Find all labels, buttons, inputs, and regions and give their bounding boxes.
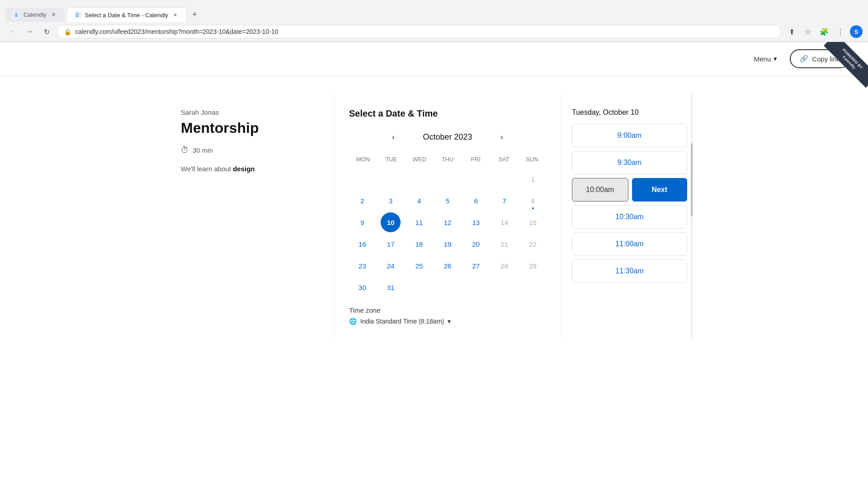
timezone-selector[interactable]: 🌐 India Standard Time (8:18am) ▾ <box>349 318 546 325</box>
weekday-wed: WED <box>406 153 434 165</box>
calendar-day[interactable]: 7 <box>495 191 514 211</box>
tab-bar: 🗓 Calendly ✕ 🗓 Select a Date & Time - Ca… <box>0 7 868 22</box>
calendar-day[interactable]: 17 <box>381 234 401 254</box>
time-slot[interactable]: 10:30am <box>572 205 687 229</box>
calendar-day[interactable]: 4 <box>409 191 429 211</box>
calendar-day: 29 <box>523 256 543 276</box>
timezone-arrow-icon: ▾ <box>448 318 451 325</box>
timezone-label: Time zone <box>349 306 546 314</box>
refresh-button[interactable]: ↻ <box>40 25 53 38</box>
tab-select-datetime[interactable]: 🗓 Select a Date & Time - Calendly ✕ <box>66 7 187 22</box>
time-slot[interactable]: 11:00am <box>572 232 687 256</box>
tab1-favicon: 🗓 <box>13 11 20 19</box>
calendar-day[interactable]: 19 <box>438 234 458 254</box>
browser-chrome: 🗓 Calendly ✕ 🗓 Select a Date & Time - Ca… <box>0 0 868 42</box>
description-text: We'll learn about <box>181 165 231 173</box>
calendar-day <box>352 169 372 189</box>
weekday-sat: SAT <box>490 153 518 165</box>
month-year-label: October 2023 <box>411 132 484 142</box>
tab1-close-btn[interactable]: ✕ <box>50 11 57 19</box>
tab2-close-btn[interactable]: ✕ <box>172 11 179 19</box>
description: We'll learn about design <box>181 164 316 174</box>
calendar-day[interactable]: 6 <box>466 191 486 211</box>
time-slots: 9:00am9:30am10:00amNext10:30am11:00am11:… <box>572 124 687 283</box>
profile-avatar[interactable]: S <box>850 25 863 38</box>
time-slot-selected[interactable]: 10:00am <box>572 178 628 202</box>
time-slot[interactable]: 9:30am <box>572 151 687 174</box>
event-title: Mentorship <box>181 120 316 136</box>
calendar-days: 1234567891011121314151617181920212223242… <box>349 169 546 297</box>
address-bar[interactable]: 🔒 calendly.com/uifeed2023/mentorship?mon… <box>57 25 781 38</box>
back-button[interactable]: ← <box>5 25 19 38</box>
description-bold-text: design <box>233 165 255 173</box>
calendar-day[interactable]: 25 <box>409 256 429 276</box>
timezone-value: India Standard Time (8:18am) <box>360 318 444 325</box>
calendar-day[interactable]: 30 <box>352 277 372 297</box>
menu-chevron-icon: ▾ <box>774 55 777 63</box>
duration-text: 30 min <box>193 146 213 154</box>
time-slot[interactable]: 11:30am <box>572 259 687 283</box>
calendar-day: 22 <box>523 234 543 254</box>
calendar-day <box>438 169 458 189</box>
browser-titlebar <box>0 0 868 7</box>
menu-label: Menu <box>754 55 771 63</box>
tab-calendly-home[interactable]: 🗓 Calendly ✕ <box>5 8 65 22</box>
duration-row: ⏱ 30 min <box>181 145 316 155</box>
time-slot-selected-row: 10:00amNext <box>572 178 687 202</box>
tab2-label: Select a Date & Time - Calendly <box>85 12 168 19</box>
left-panel: Sarah Jonas Mentorship ⏱ 30 min We'll le… <box>181 94 335 339</box>
tab1-label: Calendly <box>24 11 47 18</box>
main-container: Sarah Jonas Mentorship ⏱ 30 min We'll le… <box>163 76 705 357</box>
calendar-day[interactable]: 31 <box>381 277 401 297</box>
scroll-indicator <box>691 94 693 339</box>
right-panel: Tuesday, October 10 9:00am9:30am10:00amN… <box>561 94 687 339</box>
bookmark-icon[interactable]: ☆ <box>801 25 815 38</box>
calendar-day <box>438 277 458 297</box>
timezone-section: Time zone 🌐 India Standard Time (8:18am)… <box>349 306 546 325</box>
calendar-day[interactable]: 5 <box>438 191 458 211</box>
menu-button[interactable]: Menu ▾ <box>749 51 783 66</box>
forward-button[interactable]: → <box>23 25 36 38</box>
browser-menu-icon[interactable]: ⋮ <box>834 25 847 38</box>
host-name: Sarah Jonas <box>181 108 316 116</box>
calendar-day[interactable]: 10 <box>381 212 401 232</box>
share-icon[interactable]: ⬆ <box>785 25 798 38</box>
link-icon: 🔗 <box>800 55 808 63</box>
calendar-day[interactable]: 26 <box>438 256 458 276</box>
weekday-mon: MON <box>349 153 377 165</box>
selected-date-label: Tuesday, October 10 <box>572 108 687 117</box>
prev-month-button[interactable]: ‹ <box>386 130 401 144</box>
next-month-button[interactable]: › <box>495 130 509 144</box>
calendar-day: 14 <box>495 212 514 232</box>
extensions-icon[interactable]: 🧩 <box>817 25 831 38</box>
calendar-day[interactable]: 20 <box>466 234 486 254</box>
address-text: calendly.com/uifeed2023/mentorship?month… <box>75 28 774 35</box>
new-tab-button[interactable]: + <box>189 9 201 21</box>
scroll-thumb <box>691 143 693 217</box>
calendar-day[interactable]: 23 <box>352 256 372 276</box>
clock-icon: ⏱ <box>181 145 189 155</box>
calendar-day[interactable]: 18 <box>409 234 429 254</box>
page-content: POWERED BY Calendly Menu ▾ 🔗 Copy link S… <box>0 42 868 488</box>
calendar-day[interactable]: 12 <box>438 212 458 232</box>
calendar-weekdays: MON TUE WED THU FRI SAT SUN <box>349 153 546 165</box>
tab2-favicon: 🗓 <box>74 11 81 19</box>
calendar-day[interactable]: 16 <box>352 234 372 254</box>
time-slot[interactable]: 9:00am <box>572 124 687 147</box>
calendar-nav: ‹ October 2023 › <box>349 130 546 144</box>
next-button[interactable]: Next <box>632 178 688 202</box>
calendar-day[interactable]: 2 <box>352 191 372 211</box>
browser-toolbar: ← → ↻ 🔒 calendly.com/uifeed2023/mentorsh… <box>0 22 868 42</box>
calendar-day <box>495 277 514 297</box>
calendar-day[interactable]: 11 <box>409 212 429 232</box>
lock-icon: 🔒 <box>64 28 71 35</box>
calendar-day: 8 <box>523 191 543 211</box>
calendar-day[interactable]: 3 <box>381 191 401 211</box>
calendar-day: 15 <box>523 212 543 232</box>
calendar-day <box>381 169 401 189</box>
calendar-day[interactable]: 27 <box>466 256 486 276</box>
powered-by-badge: POWERED BY Calendly <box>818 42 868 92</box>
calendar-day[interactable]: 13 <box>466 212 486 232</box>
calendar-day[interactable]: 9 <box>352 212 372 232</box>
calendar-day[interactable]: 24 <box>381 256 401 276</box>
